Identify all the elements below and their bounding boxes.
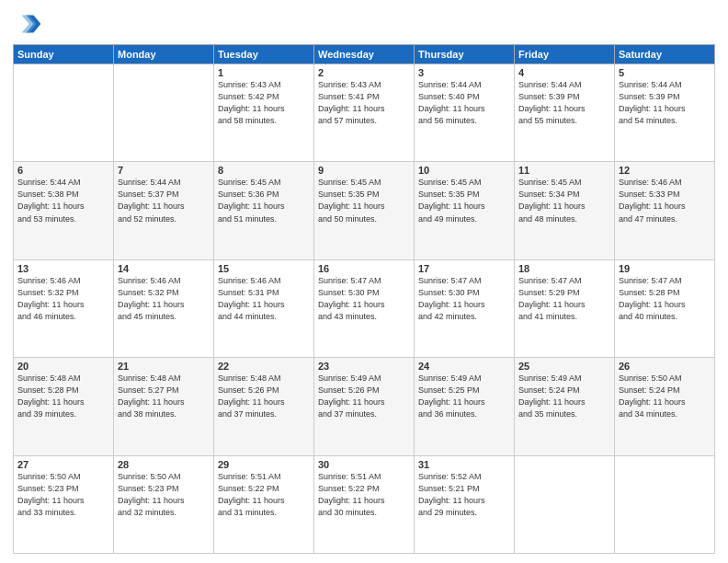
day-number: 15	[218, 263, 310, 274]
calendar-cell: 2Sunrise: 5:43 AMSunset: 5:41 PMDaylight…	[314, 64, 415, 162]
calendar-cell: 25Sunrise: 5:49 AMSunset: 5:24 PMDayligh…	[515, 358, 615, 455]
col-friday: Friday	[515, 45, 615, 64]
calendar-week-row: 27Sunrise: 5:50 AMSunset: 5:23 PMDayligh…	[14, 455, 715, 553]
calendar-week-row: 13Sunrise: 5:46 AMSunset: 5:32 PMDayligh…	[14, 259, 715, 357]
day-number: 20	[17, 361, 109, 372]
calendar-table: Sunday Monday Tuesday Wednesday Thursday…	[13, 44, 715, 554]
day-number: 27	[17, 459, 109, 470]
day-info: Sunrise: 5:44 AMSunset: 5:40 PMDaylight:…	[418, 79, 510, 127]
day-info: Sunrise: 5:48 AMSunset: 5:26 PMDaylight:…	[218, 373, 310, 420]
day-number: 3	[418, 67, 510, 78]
col-wednesday: Wednesday	[314, 45, 415, 64]
day-info: Sunrise: 5:46 AMSunset: 5:32 PMDaylight:…	[17, 275, 109, 323]
day-info: Sunrise: 5:47 AMSunset: 5:30 PMDaylight:…	[318, 275, 410, 323]
day-info: Sunrise: 5:51 AMSunset: 5:22 PMDaylight:…	[318, 471, 410, 519]
col-saturday: Saturday	[615, 45, 715, 64]
calendar-cell: 13Sunrise: 5:46 AMSunset: 5:32 PMDayligh…	[14, 259, 114, 357]
day-number: 13	[17, 263, 109, 274]
calendar-cell	[114, 64, 214, 162]
day-number: 23	[318, 361, 410, 372]
col-thursday: Thursday	[415, 45, 515, 64]
calendar-cell: 27Sunrise: 5:50 AMSunset: 5:23 PMDayligh…	[14, 455, 114, 553]
calendar-cell: 18Sunrise: 5:47 AMSunset: 5:29 PMDayligh…	[515, 259, 615, 357]
day-number: 25	[518, 361, 610, 372]
day-number: 5	[619, 67, 711, 78]
day-info: Sunrise: 5:52 AMSunset: 5:21 PMDaylight:…	[418, 471, 510, 519]
day-number: 29	[218, 459, 310, 470]
day-info: Sunrise: 5:45 AMSunset: 5:35 PMDaylight:…	[318, 177, 410, 224]
calendar-cell: 14Sunrise: 5:46 AMSunset: 5:32 PMDayligh…	[114, 259, 214, 357]
calendar-cell: 24Sunrise: 5:49 AMSunset: 5:25 PMDayligh…	[415, 358, 515, 455]
day-info: Sunrise: 5:48 AMSunset: 5:27 PMDaylight:…	[118, 373, 210, 420]
day-info: Sunrise: 5:43 AMSunset: 5:41 PMDaylight:…	[318, 79, 410, 127]
day-number: 18	[518, 263, 610, 274]
calendar-cell	[615, 455, 715, 553]
day-number: 8	[218, 165, 310, 176]
day-info: Sunrise: 5:46 AMSunset: 5:31 PMDaylight:…	[218, 275, 310, 323]
day-number: 6	[17, 165, 109, 176]
calendar-cell: 12Sunrise: 5:46 AMSunset: 5:33 PMDayligh…	[615, 162, 715, 259]
day-info: Sunrise: 5:49 AMSunset: 5:25 PMDaylight:…	[418, 373, 510, 420]
day-info: Sunrise: 5:49 AMSunset: 5:26 PMDaylight:…	[318, 373, 410, 420]
day-number: 2	[318, 67, 410, 78]
day-info: Sunrise: 5:46 AMSunset: 5:33 PMDaylight:…	[619, 177, 711, 224]
calendar-cell: 3Sunrise: 5:44 AMSunset: 5:40 PMDaylight…	[415, 64, 515, 162]
calendar-cell: 5Sunrise: 5:44 AMSunset: 5:39 PMDaylight…	[615, 64, 715, 162]
calendar-cell: 19Sunrise: 5:47 AMSunset: 5:28 PMDayligh…	[615, 259, 715, 357]
day-info: Sunrise: 5:51 AMSunset: 5:22 PMDaylight:…	[218, 471, 310, 519]
day-info: Sunrise: 5:44 AMSunset: 5:39 PMDaylight:…	[619, 79, 711, 127]
calendar-cell: 6Sunrise: 5:44 AMSunset: 5:38 PMDaylight…	[14, 162, 114, 259]
calendar-cell: 7Sunrise: 5:44 AMSunset: 5:37 PMDaylight…	[114, 162, 214, 259]
day-info: Sunrise: 5:45 AMSunset: 5:36 PMDaylight:…	[218, 177, 310, 224]
day-number: 10	[418, 165, 510, 176]
day-info: Sunrise: 5:48 AMSunset: 5:28 PMDaylight:…	[17, 373, 109, 420]
day-info: Sunrise: 5:44 AMSunset: 5:39 PMDaylight:…	[518, 79, 610, 127]
calendar-cell: 30Sunrise: 5:51 AMSunset: 5:22 PMDayligh…	[314, 455, 415, 553]
calendar-cell: 17Sunrise: 5:47 AMSunset: 5:30 PMDayligh…	[415, 259, 515, 357]
day-info: Sunrise: 5:46 AMSunset: 5:32 PMDaylight:…	[118, 275, 210, 323]
day-number: 21	[118, 361, 210, 372]
header	[13, 9, 715, 39]
day-number: 16	[318, 263, 410, 274]
day-info: Sunrise: 5:49 AMSunset: 5:24 PMDaylight:…	[518, 373, 610, 420]
calendar-cell: 22Sunrise: 5:48 AMSunset: 5:26 PMDayligh…	[214, 358, 314, 455]
day-number: 19	[619, 263, 711, 274]
page: Sunday Monday Tuesday Wednesday Thursday…	[0, 0, 728, 563]
calendar-cell: 28Sunrise: 5:50 AMSunset: 5:23 PMDayligh…	[114, 455, 214, 553]
calendar-cell: 26Sunrise: 5:50 AMSunset: 5:24 PMDayligh…	[615, 358, 715, 455]
day-info: Sunrise: 5:45 AMSunset: 5:34 PMDaylight:…	[518, 177, 610, 224]
logo	[13, 9, 46, 39]
calendar-cell: 21Sunrise: 5:48 AMSunset: 5:27 PMDayligh…	[114, 358, 214, 455]
day-number: 4	[518, 67, 610, 78]
calendar-cell: 10Sunrise: 5:45 AMSunset: 5:35 PMDayligh…	[415, 162, 515, 259]
calendar-week-row: 20Sunrise: 5:48 AMSunset: 5:28 PMDayligh…	[14, 358, 715, 455]
day-info: Sunrise: 5:44 AMSunset: 5:38 PMDaylight:…	[17, 177, 109, 224]
day-number: 12	[619, 165, 711, 176]
day-info: Sunrise: 5:44 AMSunset: 5:37 PMDaylight:…	[118, 177, 210, 224]
logo-icon	[13, 9, 42, 39]
day-number: 24	[418, 361, 510, 372]
calendar-week-row: 1Sunrise: 5:43 AMSunset: 5:42 PMDaylight…	[14, 64, 715, 162]
calendar-cell: 29Sunrise: 5:51 AMSunset: 5:22 PMDayligh…	[214, 455, 314, 553]
calendar-cell	[515, 455, 615, 553]
calendar-cell: 11Sunrise: 5:45 AMSunset: 5:34 PMDayligh…	[515, 162, 615, 259]
day-number: 11	[518, 165, 610, 176]
calendar-cell: 16Sunrise: 5:47 AMSunset: 5:30 PMDayligh…	[314, 259, 415, 357]
day-info: Sunrise: 5:43 AMSunset: 5:42 PMDaylight:…	[218, 79, 310, 127]
col-sunday: Sunday	[14, 45, 114, 64]
day-number: 22	[218, 361, 310, 372]
calendar-cell: 1Sunrise: 5:43 AMSunset: 5:42 PMDaylight…	[214, 64, 314, 162]
calendar-cell: 15Sunrise: 5:46 AMSunset: 5:31 PMDayligh…	[214, 259, 314, 357]
day-info: Sunrise: 5:47 AMSunset: 5:28 PMDaylight:…	[619, 275, 711, 323]
day-info: Sunrise: 5:45 AMSunset: 5:35 PMDaylight:…	[418, 177, 510, 224]
day-info: Sunrise: 5:50 AMSunset: 5:23 PMDaylight:…	[17, 471, 109, 519]
day-info: Sunrise: 5:50 AMSunset: 5:24 PMDaylight:…	[619, 373, 711, 420]
day-number: 28	[118, 459, 210, 470]
calendar-cell	[14, 64, 114, 162]
day-number: 31	[418, 459, 510, 470]
day-info: Sunrise: 5:50 AMSunset: 5:23 PMDaylight:…	[118, 471, 210, 519]
calendar-cell: 20Sunrise: 5:48 AMSunset: 5:28 PMDayligh…	[14, 358, 114, 455]
day-number: 9	[318, 165, 410, 176]
calendar-header-row: Sunday Monday Tuesday Wednesday Thursday…	[14, 45, 715, 64]
day-number: 26	[619, 361, 711, 372]
